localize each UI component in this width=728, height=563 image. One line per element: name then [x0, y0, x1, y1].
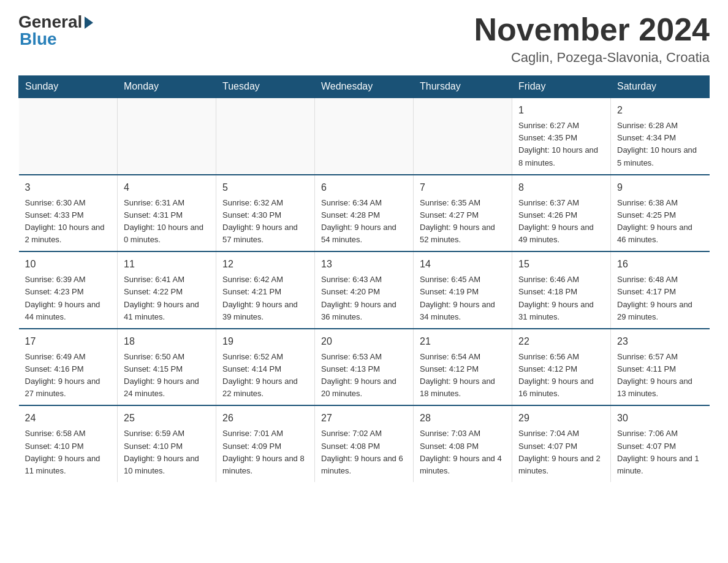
- calendar-cell: 17Sunrise: 6:49 AMSunset: 4:16 PMDayligh…: [19, 329, 118, 406]
- day-number: 28: [420, 411, 506, 426]
- day-info: Sunrise: 6:42 AMSunset: 4:21 PMDaylight:…: [222, 274, 308, 323]
- calendar-cell: 21Sunrise: 6:54 AMSunset: 4:12 PMDayligh…: [414, 329, 512, 406]
- day-number: 10: [25, 257, 112, 272]
- location-title: Caglin, Pozega-Slavonia, Croatia: [474, 50, 710, 66]
- calendar-cell: 29Sunrise: 7:04 AMSunset: 4:07 PMDayligh…: [512, 405, 611, 482]
- calendar-cell: 5Sunrise: 6:32 AMSunset: 4:30 PMDaylight…: [216, 175, 315, 252]
- day-info: Sunrise: 6:52 AMSunset: 4:14 PMDaylight:…: [222, 351, 308, 400]
- calendar-header-row: SundayMondayTuesdayWednesdayThursdayFrid…: [19, 76, 710, 98]
- day-info: Sunrise: 7:01 AMSunset: 4:09 PMDaylight:…: [222, 427, 308, 477]
- day-number: 20: [321, 334, 407, 349]
- calendar-cell: 12Sunrise: 6:42 AMSunset: 4:21 PMDayligh…: [216, 251, 315, 329]
- calendar-cell: 14Sunrise: 6:45 AMSunset: 4:19 PMDayligh…: [414, 251, 512, 329]
- title-area: November 2024 Caglin, Pozega-Slavonia, C…: [474, 12, 710, 66]
- calendar-week-row: 3Sunrise: 6:30 AMSunset: 4:33 PMDaylight…: [19, 175, 710, 252]
- weekday-header-wednesday: Wednesday: [315, 76, 414, 98]
- day-number: 7: [420, 180, 506, 195]
- day-info: Sunrise: 6:54 AMSunset: 4:12 PMDaylight:…: [420, 351, 506, 400]
- calendar-cell: 10Sunrise: 6:39 AMSunset: 4:23 PMDayligh…: [19, 251, 118, 329]
- calendar-cell: 8Sunrise: 6:37 AMSunset: 4:26 PMDaylight…: [512, 175, 611, 252]
- day-number: 11: [124, 257, 210, 272]
- weekday-header-tuesday: Tuesday: [216, 76, 315, 98]
- day-info: Sunrise: 6:35 AMSunset: 4:27 PMDaylight:…: [420, 197, 506, 247]
- day-number: 23: [617, 334, 703, 349]
- day-info: Sunrise: 6:45 AMSunset: 4:19 PMDaylight:…: [420, 274, 506, 323]
- day-number: 19: [222, 334, 308, 349]
- day-number: 16: [617, 257, 703, 272]
- day-number: 29: [518, 411, 604, 426]
- calendar-cell: [19, 98, 118, 175]
- day-info: Sunrise: 6:37 AMSunset: 4:26 PMDaylight:…: [518, 197, 604, 247]
- day-number: 30: [617, 411, 703, 426]
- day-number: 13: [321, 257, 407, 272]
- month-title: November 2024: [474, 12, 710, 47]
- day-number: 2: [617, 103, 703, 118]
- calendar-cell: 7Sunrise: 6:35 AMSunset: 4:27 PMDaylight…: [414, 175, 512, 252]
- day-info: Sunrise: 7:04 AMSunset: 4:07 PMDaylight:…: [518, 427, 604, 477]
- calendar-cell: 20Sunrise: 6:53 AMSunset: 4:13 PMDayligh…: [315, 329, 414, 406]
- page-header: General Blue November 2024 Caglin, Pozeg…: [18, 12, 710, 66]
- day-number: 24: [25, 411, 112, 426]
- calendar-week-row: 17Sunrise: 6:49 AMSunset: 4:16 PMDayligh…: [19, 329, 710, 406]
- calendar-cell: 24Sunrise: 6:58 AMSunset: 4:10 PMDayligh…: [19, 405, 118, 482]
- day-number: 15: [518, 257, 604, 272]
- day-number: 25: [124, 411, 210, 426]
- day-number: 14: [420, 257, 506, 272]
- day-info: Sunrise: 6:43 AMSunset: 4:20 PMDaylight:…: [321, 274, 407, 323]
- logo: General Blue: [18, 12, 93, 49]
- day-info: Sunrise: 6:32 AMSunset: 4:30 PMDaylight:…: [222, 197, 308, 247]
- day-number: 1: [518, 103, 604, 118]
- weekday-header-thursday: Thursday: [414, 76, 512, 98]
- day-number: 12: [222, 257, 308, 272]
- calendar-week-row: 1Sunrise: 6:27 AMSunset: 4:35 PMDaylight…: [19, 98, 710, 175]
- day-number: 22: [518, 334, 604, 349]
- calendar-cell: 11Sunrise: 6:41 AMSunset: 4:22 PMDayligh…: [118, 251, 216, 329]
- calendar-cell: [118, 98, 216, 175]
- calendar-cell: 9Sunrise: 6:38 AMSunset: 4:25 PMDaylight…: [611, 175, 710, 252]
- day-info: Sunrise: 6:34 AMSunset: 4:28 PMDaylight:…: [321, 197, 407, 247]
- day-number: 18: [124, 334, 210, 349]
- calendar-cell: 2Sunrise: 6:28 AMSunset: 4:34 PMDaylight…: [611, 98, 710, 175]
- day-info: Sunrise: 6:39 AMSunset: 4:23 PMDaylight:…: [25, 274, 112, 323]
- calendar-cell: 25Sunrise: 6:59 AMSunset: 4:10 PMDayligh…: [118, 405, 216, 482]
- calendar-cell: [216, 98, 315, 175]
- day-number: 3: [25, 180, 112, 195]
- calendar-cell: 16Sunrise: 6:48 AMSunset: 4:17 PMDayligh…: [611, 251, 710, 329]
- day-info: Sunrise: 7:03 AMSunset: 4:08 PMDaylight:…: [420, 427, 506, 477]
- weekday-header-friday: Friday: [512, 76, 611, 98]
- calendar-week-row: 24Sunrise: 6:58 AMSunset: 4:10 PMDayligh…: [19, 405, 710, 482]
- day-info: Sunrise: 6:48 AMSunset: 4:17 PMDaylight:…: [617, 274, 703, 323]
- calendar-cell: 4Sunrise: 6:31 AMSunset: 4:31 PMDaylight…: [118, 175, 216, 252]
- day-info: Sunrise: 6:58 AMSunset: 4:10 PMDaylight:…: [25, 427, 112, 477]
- calendar-cell: 19Sunrise: 6:52 AMSunset: 4:14 PMDayligh…: [216, 329, 315, 406]
- calendar-cell: 1Sunrise: 6:27 AMSunset: 4:35 PMDaylight…: [512, 98, 611, 175]
- day-number: 27: [321, 411, 407, 426]
- day-info: Sunrise: 6:27 AMSunset: 4:35 PMDaylight:…: [518, 120, 604, 169]
- day-info: Sunrise: 6:56 AMSunset: 4:12 PMDaylight:…: [518, 351, 604, 400]
- day-info: Sunrise: 6:59 AMSunset: 4:10 PMDaylight:…: [124, 427, 210, 477]
- day-info: Sunrise: 7:06 AMSunset: 4:07 PMDaylight:…: [617, 427, 703, 477]
- calendar-cell: [414, 98, 512, 175]
- day-info: Sunrise: 6:28 AMSunset: 4:34 PMDaylight:…: [617, 120, 703, 169]
- day-number: 21: [420, 334, 506, 349]
- day-info: Sunrise: 6:57 AMSunset: 4:11 PMDaylight:…: [617, 351, 703, 400]
- calendar-cell: 30Sunrise: 7:06 AMSunset: 4:07 PMDayligh…: [611, 405, 710, 482]
- calendar-table: SundayMondayTuesdayWednesdayThursdayFrid…: [18, 75, 710, 482]
- calendar-cell: 3Sunrise: 6:30 AMSunset: 4:33 PMDaylight…: [19, 175, 118, 252]
- day-info: Sunrise: 7:02 AMSunset: 4:08 PMDaylight:…: [321, 427, 407, 477]
- day-info: Sunrise: 6:50 AMSunset: 4:15 PMDaylight:…: [124, 351, 210, 400]
- calendar-cell: 15Sunrise: 6:46 AMSunset: 4:18 PMDayligh…: [512, 251, 611, 329]
- day-info: Sunrise: 6:31 AMSunset: 4:31 PMDaylight:…: [124, 197, 210, 247]
- day-info: Sunrise: 6:53 AMSunset: 4:13 PMDaylight:…: [321, 351, 407, 400]
- weekday-header-monday: Monday: [118, 76, 216, 98]
- day-number: 9: [617, 180, 703, 195]
- day-info: Sunrise: 6:46 AMSunset: 4:18 PMDaylight:…: [518, 274, 604, 323]
- calendar-cell: 6Sunrise: 6:34 AMSunset: 4:28 PMDaylight…: [315, 175, 414, 252]
- day-number: 6: [321, 180, 407, 195]
- calendar-week-row: 10Sunrise: 6:39 AMSunset: 4:23 PMDayligh…: [19, 251, 710, 329]
- day-info: Sunrise: 6:30 AMSunset: 4:33 PMDaylight:…: [25, 197, 112, 247]
- calendar-cell: 26Sunrise: 7:01 AMSunset: 4:09 PMDayligh…: [216, 405, 315, 482]
- day-number: 8: [518, 180, 604, 195]
- day-number: 26: [222, 411, 308, 426]
- calendar-cell: 23Sunrise: 6:57 AMSunset: 4:11 PMDayligh…: [611, 329, 710, 406]
